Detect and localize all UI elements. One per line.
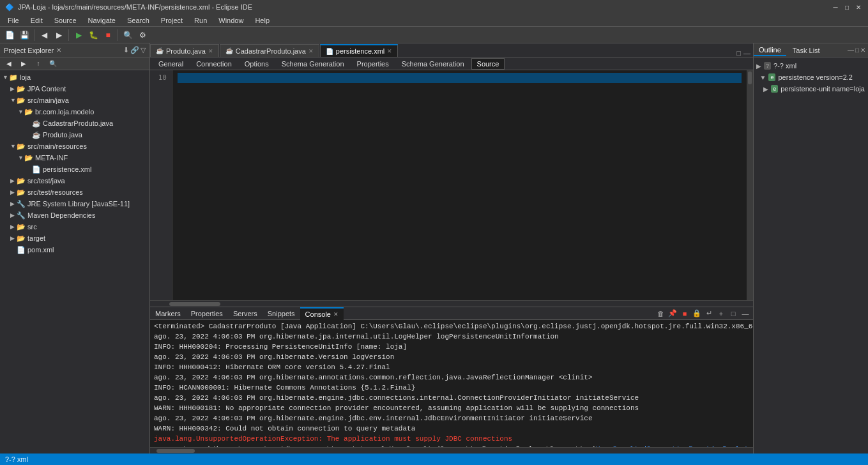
tree-item-0[interactable]: ▼📁loja: [0, 72, 149, 83]
outline-content: ▶ ? ?-? xml ▼ e persistence version=2.2 …: [754, 57, 868, 454]
tab-outline[interactable]: Outline: [754, 45, 786, 56]
view-menu-icon[interactable]: ▽: [141, 46, 146, 54]
tab-console[interactable]: Console ✕: [300, 307, 344, 320]
outline-minimize-icon[interactable]: —: [848, 47, 854, 54]
tab-cadastrar-produto[interactable]: ☕ CadastrarProduto.java ✕: [220, 44, 319, 57]
link-with-editor-icon[interactable]: 🔗: [130, 46, 139, 54]
vertical-scrollbar[interactable]: [747, 70, 753, 300]
outline-item-persistence-unit[interactable]: ▶ e persistence-unit name=loja: [754, 83, 868, 95]
tree-item-6[interactable]: ▼📂src/main/resources: [0, 141, 149, 152]
tab-produto-java[interactable]: ☕ Produto.java ✕: [150, 44, 219, 57]
tab-persistence-xml[interactable]: 📄 persistence.xml ✕: [320, 44, 398, 57]
tree-item-14[interactable]: ▶📂target: [0, 232, 149, 244]
minimize-button[interactable]: ─: [831, 3, 840, 11]
new-console-icon[interactable]: +: [716, 309, 726, 319]
title-bar-left: 🔷 JPA-Loja - loja/src/main/resources/MET…: [5, 3, 252, 11]
maximize-button[interactable]: □: [842, 3, 851, 11]
close-panel-icon[interactable]: ✕: [56, 47, 61, 54]
tree-item-8[interactable]: 📄persistence.xml: [0, 164, 149, 175]
word-wrap-icon[interactable]: ↵: [704, 309, 714, 319]
tab-close-produto[interactable]: ✕: [208, 48, 213, 54]
tab-servers[interactable]: Servers: [228, 307, 263, 320]
stop-console-icon[interactable]: ■: [680, 309, 690, 319]
tree-item-12[interactable]: ▶🔧Maven Dependencies: [0, 210, 149, 221]
tab-snippets[interactable]: Snippets: [263, 307, 300, 320]
main-layout: Project Explorer ✕ ⬇ 🔗 ▽ ◀ ▶ ↑ 🔍 ▼📁loja▶…: [0, 43, 868, 454]
tab-close-cadastrar[interactable]: ✕: [308, 48, 314, 54]
tree-icon-3: 📂: [24, 108, 33, 116]
close-console-icon[interactable]: ✕: [333, 311, 339, 317]
outline-item-persistence[interactable]: ▼ e persistence version=2.2: [754, 72, 868, 83]
new-button[interactable]: 📄: [3, 28, 17, 42]
subtab-connection[interactable]: Connection: [190, 58, 238, 70]
subtab-options[interactable]: Options: [239, 58, 275, 70]
menu-navigate[interactable]: Navigate: [83, 15, 121, 26]
menu-project[interactable]: Project: [156, 15, 188, 26]
search-button[interactable]: 🔍: [121, 28, 135, 42]
menu-search[interactable]: Search: [122, 15, 155, 26]
tree-label-5: Produto.java: [43, 131, 82, 139]
code-content[interactable]: [172, 70, 747, 300]
close-button[interactable]: ✕: [854, 3, 863, 11]
menu-source[interactable]: Source: [49, 15, 82, 26]
pin-console-icon[interactable]: 📌: [667, 309, 678, 319]
subtab-schema-gen-1[interactable]: Schema Generation: [276, 58, 350, 70]
subtab-schema-gen-2[interactable]: Schema Generation: [396, 58, 470, 70]
scrollbar-thumb-v[interactable]: [748, 72, 752, 84]
horizontal-scroll[interactable]: [150, 300, 753, 307]
tree-item-10[interactable]: ▶📂src/test/resources: [0, 187, 149, 198]
clear-console-icon[interactable]: 🗑: [655, 309, 666, 319]
console-line-9: ago. 23, 2022 4:06:03 PM org.hibernate.e…: [154, 413, 749, 423]
subtab-properties[interactable]: Properties: [351, 58, 395, 70]
forward-button[interactable]: ▶: [52, 28, 66, 42]
tab-properties[interactable]: Properties: [186, 307, 228, 320]
panel-forward-icon[interactable]: ▶: [17, 57, 31, 71]
settings-button[interactable]: ⚙: [135, 28, 149, 42]
outline-close-icon[interactable]: ✕: [860, 47, 865, 54]
subtab-source[interactable]: Source: [471, 58, 505, 70]
window-title: JPA-Loja - loja/src/main/resources/META-…: [18, 3, 252, 11]
panel-up-icon[interactable]: ↑: [31, 57, 45, 71]
tab-minimize-icon[interactable]: —: [743, 49, 750, 57]
tab-task-list[interactable]: Task List: [788, 45, 825, 56]
save-button[interactable]: 💾: [17, 28, 31, 42]
menu-run[interactable]: Run: [189, 15, 212, 26]
menu-edit[interactable]: Edit: [26, 15, 48, 26]
panel-filter-icon[interactable]: 🔍: [46, 57, 60, 71]
tree-item-13[interactable]: ▶📂src: [0, 221, 149, 232]
tree-item-1[interactable]: ▶📂JPA Content: [0, 83, 149, 95]
outline-item-xml-decl[interactable]: ▶ ? ?-? xml: [754, 60, 868, 72]
tree-item-2[interactable]: ▼📂src/main/java: [0, 95, 149, 106]
tree-item-3[interactable]: ▼📂br.com.loja.modelo: [0, 106, 149, 118]
outline-maximize-icon[interactable]: □: [855, 47, 859, 54]
scroll-lock-icon[interactable]: 🔒: [692, 309, 702, 319]
tree-item-4[interactable]: ☕CadastrarProduto.java: [0, 118, 149, 129]
menu-window[interactable]: Window: [213, 15, 248, 26]
debug-button[interactable]: 🐛: [86, 28, 100, 42]
console-scrollbar-thumb[interactable]: [156, 449, 195, 453]
tree-arrow-11: ▶: [10, 201, 17, 207]
subtab-general[interactable]: General: [153, 58, 189, 70]
collapse-all-icon[interactable]: ⬇: [123, 46, 129, 54]
run-button[interactable]: ▶: [72, 28, 86, 42]
tab-close-persistence[interactable]: ✕: [387, 48, 392, 54]
title-bar-controls[interactable]: ─ □ ✕: [831, 3, 863, 11]
tree-arrow-0: ▼: [3, 74, 9, 80]
tree-item-9[interactable]: ▶📂src/test/java: [0, 175, 149, 187]
tab-maximize-icon[interactable]: □: [736, 49, 741, 57]
tree-item-15[interactable]: 📄pom.xml: [0, 244, 149, 255]
console-horiz-scroll[interactable]: [150, 447, 753, 454]
stop-button[interactable]: ■: [101, 28, 115, 42]
menu-file[interactable]: File: [3, 15, 24, 26]
scrollbar-thumb-h[interactable]: [169, 302, 220, 306]
maximize-console-icon[interactable]: □: [728, 309, 738, 319]
tree-item-7[interactable]: ▼📂META-INF: [0, 152, 149, 164]
menu-help[interactable]: Help: [250, 15, 275, 26]
back-button[interactable]: ◀: [37, 28, 51, 42]
minimize-console-icon[interactable]: —: [740, 309, 750, 319]
panel-back-icon[interactable]: ◀: [2, 57, 16, 71]
tree-item-11[interactable]: ▶🔧JRE System Library [JavaSE-11]: [0, 198, 149, 210]
tab-markers[interactable]: Markers: [150, 307, 186, 320]
tree-arrow-9: ▶: [10, 178, 17, 184]
tree-item-5[interactable]: ☕Produto.java: [0, 129, 149, 141]
